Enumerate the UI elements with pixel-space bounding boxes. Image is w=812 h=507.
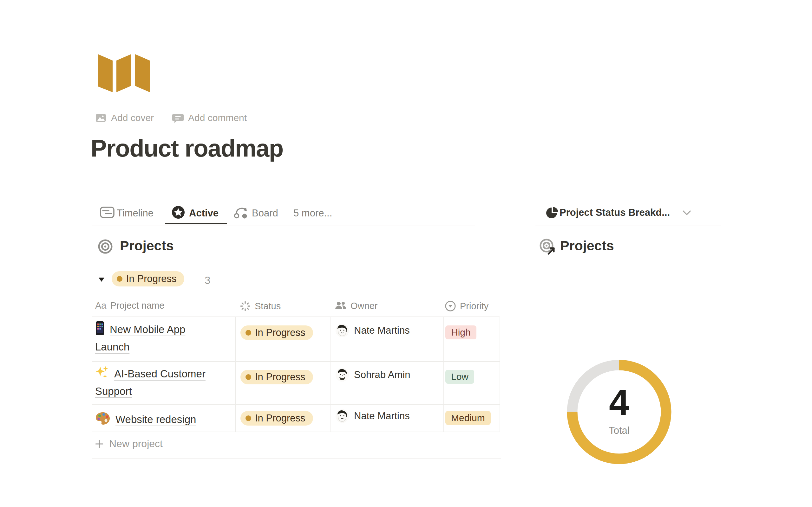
group-count: 3 xyxy=(205,274,210,286)
chevron-down-icon[interactable] xyxy=(681,209,692,217)
add-cover-button[interactable]: Add cover xyxy=(95,112,154,124)
group-status-pill[interactable]: In Progress xyxy=(112,271,184,286)
new-project-button[interactable]: New project xyxy=(95,438,163,450)
plus-icon xyxy=(95,439,104,449)
project-name-link[interactable]: Website redesign xyxy=(95,411,219,428)
active-tab-underline xyxy=(165,223,227,224)
column-header-status[interactable]: Status xyxy=(240,300,281,312)
avatar-sohrab-amin xyxy=(336,368,349,382)
tab-more[interactable]: 5 more... xyxy=(293,208,332,219)
group-status-label: In Progress xyxy=(126,273,177,285)
status-spinner-icon xyxy=(240,300,251,312)
avatar-nate-martins xyxy=(336,324,349,337)
table-header-divider xyxy=(92,317,500,317)
collapse-triangle-icon[interactable] xyxy=(98,276,105,283)
tabs-divider xyxy=(92,226,475,226)
palette-emoji xyxy=(95,412,110,426)
pie-chart-icon xyxy=(546,207,559,220)
column-header-project-name[interactable]: Aa Project name xyxy=(95,300,164,311)
projects-section-title[interactable]: Projects xyxy=(120,238,174,253)
donut-total-label: Total xyxy=(584,425,654,436)
widget-header-divider xyxy=(536,226,721,226)
tab-board[interactable]: Board xyxy=(252,208,278,219)
row-divider xyxy=(92,361,500,362)
sparkles-emoji xyxy=(95,365,109,380)
owner-cell[interactable]: Sohrab Amin xyxy=(336,368,410,382)
widget-header-title[interactable]: Project Status Breakd... xyxy=(560,207,670,218)
add-cover-label: Add cover xyxy=(111,112,154,123)
page-title[interactable]: Product roadmap xyxy=(91,134,283,162)
priority-select-icon xyxy=(445,300,456,312)
row-divider xyxy=(92,432,500,432)
tab-active[interactable]: Active xyxy=(189,208,218,219)
owner-name: Sohrab Amin xyxy=(354,369,410,381)
row-divider xyxy=(92,404,500,405)
column-divider xyxy=(444,317,444,432)
timeline-view-icon xyxy=(100,206,114,219)
column-header-owner[interactable]: Owner xyxy=(335,300,377,311)
page-icon-folded-map[interactable] xyxy=(95,50,152,94)
column-divider xyxy=(235,317,236,432)
status-dot-icon xyxy=(117,276,122,282)
priority-tag-medium[interactable]: Medium xyxy=(445,411,491,425)
status-tag[interactable]: In Progress xyxy=(241,411,313,426)
status-dot-icon xyxy=(246,330,251,336)
status-dot-icon xyxy=(246,415,251,421)
project-name-link[interactable]: New Mobile App Launch xyxy=(95,321,219,355)
people-icon xyxy=(335,300,347,311)
target-icon xyxy=(98,239,113,254)
owner-cell[interactable]: Nate Martins xyxy=(336,324,410,337)
table-bottom-divider xyxy=(92,458,501,458)
board-view-icon xyxy=(234,206,249,220)
column-header-priority[interactable]: Priority xyxy=(445,300,489,312)
tab-timeline[interactable]: Timeline xyxy=(117,208,154,219)
avatar-nate-martins xyxy=(336,409,349,423)
owner-cell[interactable]: Nate Martins xyxy=(336,409,410,423)
comment-icon xyxy=(172,112,184,124)
donut-total-value: 4 xyxy=(584,384,654,420)
owner-name: Nate Martins xyxy=(354,410,410,422)
donut-center: 4 Total xyxy=(584,384,654,436)
add-comment-button[interactable]: Add comment xyxy=(172,112,247,124)
mobile-phone-emoji xyxy=(95,321,105,336)
linked-target-arrow-icon xyxy=(539,238,556,256)
priority-tag-high[interactable]: High xyxy=(445,326,476,339)
status-dot-icon xyxy=(246,374,251,380)
priority-tag-low[interactable]: Low xyxy=(445,370,474,384)
text-property-icon: Aa xyxy=(95,300,106,311)
widget-projects-title[interactable]: Projects xyxy=(560,238,614,253)
column-divider xyxy=(500,317,500,432)
owner-name: Nate Martins xyxy=(354,325,410,336)
column-divider xyxy=(331,317,331,432)
add-comment-label: Add comment xyxy=(188,112,247,123)
notion-page: Add cover Add comment Product roadmap Ti… xyxy=(0,0,812,507)
star-icon xyxy=(171,205,185,219)
image-icon xyxy=(95,112,107,124)
status-tag[interactable]: In Progress xyxy=(241,326,313,340)
status-tag[interactable]: In Progress xyxy=(241,370,313,384)
project-name-link[interactable]: AI-Based Customer Support xyxy=(95,365,219,400)
